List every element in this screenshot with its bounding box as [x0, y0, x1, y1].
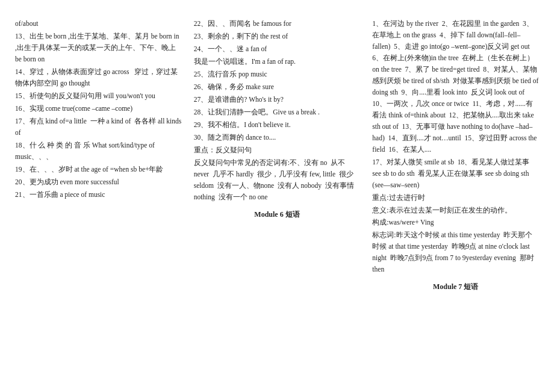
col2-p4: 25、流行音乐 pop music: [194, 69, 361, 80]
col2-p3: 我是一个说唱迷。I'm a fan of rap.: [194, 56, 361, 67]
col1-p5: 17、有点 kind of=a little 一种 a kind of 各各样 …: [15, 116, 182, 138]
col3-key-title1: 重点:过去进行时: [372, 192, 539, 204]
col2-p0: 22、因、、而闻名 be famous for: [194, 18, 361, 30]
content-grid: of/about 13、出生 be born ,出生于某地、某年、某月 be b…: [12, 18, 542, 293]
col1-p9: 21、一首乐曲 a piece of music: [15, 189, 182, 201]
module7-label: Module 7 短语: [372, 281, 539, 293]
col2-p9: 30、随之而舞的 dance to....: [194, 132, 361, 143]
col1-p6: 18、什 么 种 类 的 音 乐 What sort/kind/type of …: [15, 140, 182, 163]
col3-p0: 1、在河边 by the river 2、在花园里 in the garden …: [372, 18, 539, 155]
col2-p1: 23、剩余的，剩下的 the rest of: [194, 31, 361, 42]
module6-label: Module 6 短语: [194, 209, 361, 221]
col2-key-title: 重点：反义疑问句: [194, 145, 361, 156]
col3-key-markers: 标志词:昨天这个时候 at this time yesterday 昨天那个时候…: [372, 229, 539, 275]
col1-p0: of/about: [15, 18, 182, 30]
column-3: 1、在河边 by the river 2、在花园里 in the garden …: [369, 18, 542, 293]
col1-p4: 16、实现 come true(come –came –come): [15, 103, 182, 114]
col1-p7: 19、在、、、岁时 at the age of =when sb be+年龄: [15, 164, 182, 175]
col2-p2: 24、一个、、迷 a fan of: [194, 43, 361, 55]
col1-p8: 20、更为成功 even more successful: [15, 176, 182, 188]
col2-p7: 28、让我们清静一会吧。Give us a break .: [194, 107, 361, 118]
col3-key-meaning: 意义:表示在过去某一时刻正在发生的动作。: [372, 205, 539, 216]
page-container: of/about 13、出生 be born ,出生于某地、某年、某月 be b…: [0, 0, 554, 392]
col2-p5: 26、确保，务必 make sure: [194, 81, 361, 93]
col3-key-structure: 构成:was/were+ Ving: [372, 217, 539, 228]
col1-p1: 13、出生 be born ,出生于某地、某年、某月 be born in ,出…: [15, 31, 182, 65]
col1-p3: 15、祈使句的反义疑问句用 will you/won't you: [15, 90, 182, 102]
column-1: of/about 13、出生 be born ,出生于某地、某年、某月 be b…: [12, 18, 185, 293]
col2-key-content: 反义疑问句中常见的否定词有:不、没有 no 从不 never 几乎不 hardl…: [194, 157, 361, 203]
col2-p8: 29、我不相信。I don't believe it.: [194, 119, 361, 131]
col3-p1: 17、对某人微笑 smile at sb 18、看见某人做过某事 see sb …: [372, 157, 539, 191]
col2-p6: 27、是谁谱曲的? Who's it by?: [194, 94, 361, 105]
col1-p2: 14、穿过，从物体表面穿过 go across 穿过，穿过某物体内部空间 go …: [15, 66, 182, 89]
column-2: 22、因、、而闻名 be famous for 23、剩余的，剩下的 the r…: [191, 18, 364, 293]
